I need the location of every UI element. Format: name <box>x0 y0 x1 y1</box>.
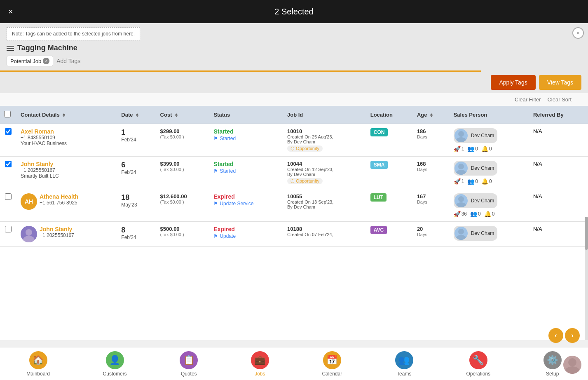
sales-person-row: Dev Cham <box>454 226 525 241</box>
location-badge[interactable]: SMA <box>370 161 388 169</box>
select-all-checkbox[interactable] <box>4 111 11 117</box>
row-checkbox-cell <box>0 124 16 157</box>
flag-text[interactable]: Update Service <box>220 201 253 206</box>
teams-label: Teams <box>397 371 411 377</box>
scroll-thumb[interactable] <box>585 217 588 250</box>
row-checkbox[interactable] <box>5 193 12 200</box>
nav-item-customers[interactable]: 👤Customers <box>98 350 132 378</box>
date-cell: 1Feb'24 <box>117 124 156 157</box>
stat-people: 👥 0 <box>467 145 478 152</box>
stat-bell: 🔔 0 <box>484 211 495 217</box>
sales-name-badge: Dev Cham <box>454 193 498 208</box>
job-by: By Dev Cham <box>287 204 362 209</box>
location-cell: AVC <box>366 222 413 247</box>
row-checkbox[interactable] <box>5 128 12 135</box>
close-button[interactable]: × <box>8 7 13 16</box>
status-cell: Expired ⚑ Update <box>209 222 283 247</box>
nav-item-calendar[interactable]: 📅Calendar <box>317 350 347 378</box>
sales-name: Dev Cham <box>471 230 494 236</box>
col-age[interactable]: Age <box>413 106 450 124</box>
age-sort-icon <box>430 113 433 117</box>
referred-by-value: N/A <box>533 128 542 134</box>
sales-name: Dev Cham <box>471 165 494 171</box>
location-badge[interactable]: CON <box>370 128 388 136</box>
tag-add-input[interactable] <box>56 58 129 64</box>
status-cell: Started ⚑ Started <box>209 124 283 157</box>
stat-bell: 🔔 0 <box>481 145 492 152</box>
sales-person-cell: Dev Cham <box>450 222 529 247</box>
col-cost[interactable]: Cost <box>156 106 210 124</box>
clear-filter-button[interactable]: Clear Filter <box>515 96 541 103</box>
contact-name[interactable]: John Stanly <box>21 161 113 167</box>
contact-name[interactable]: Axel Roman <box>21 128 113 135</box>
note-box: Note: Tags can be added to the selected … <box>7 27 140 40</box>
job-id-cell: 10188 Created On 07 Feb'24, <box>283 222 366 247</box>
orange-line-divider <box>0 70 481 72</box>
teams-icon: 👥 <box>395 351 413 369</box>
avatar <box>21 226 37 242</box>
svg-point-2 <box>458 164 464 169</box>
people-icon: 👥 <box>467 145 474 152</box>
contact-cell: John Stanly +1 2025550167 Smartly Built … <box>16 157 117 189</box>
apply-tags-button[interactable]: Apply Tags <box>491 75 535 90</box>
opportunity-badge[interactable]: ⬡ Opportunity <box>287 178 323 184</box>
view-tags-button[interactable]: View Tags <box>539 75 581 90</box>
prev-page-button[interactable]: ‹ <box>548 328 563 343</box>
row-checkbox[interactable] <box>5 161 12 167</box>
sales-avatar <box>454 194 468 207</box>
date-cell: 6Feb'24 <box>117 157 156 189</box>
contact-name[interactable]: Athena Health <box>40 193 78 200</box>
date-month: Feb'24 <box>121 235 152 240</box>
status-label: Expired <box>213 193 279 200</box>
setup-icon: ⚙️ <box>543 351 562 369</box>
cost-cell: $399.00(Tax $0.00 ) <box>156 157 210 189</box>
nav-item-quotes[interactable]: 📋Quotes <box>175 350 203 378</box>
contact-name[interactable]: John Stanly <box>40 226 74 232</box>
sales-person-cell: Dev Cham 🚀 1 👥 0 🔔 0 <box>450 157 529 189</box>
job-by: By Dev Cham <box>287 139 362 144</box>
sales-avatar <box>454 162 468 175</box>
cost-cell: $12,600.00(Tax $0.00 ) <box>156 189 210 222</box>
user-avatar[interactable] <box>563 356 581 374</box>
nav-item-mainboard[interactable]: 🏠Mainboard <box>21 350 55 378</box>
referred-by-cell: N/A <box>529 157 588 189</box>
row-checkbox[interactable] <box>5 226 12 232</box>
flag-text[interactable]: Update <box>220 233 236 239</box>
referred-by-value: N/A <box>533 161 542 167</box>
hamburger-icon[interactable] <box>7 46 14 51</box>
col-checkbox <box>0 106 16 124</box>
bottom-nav: 🏠Mainboard👤Customers📋Quotes💼Jobs📅Calenda… <box>0 347 588 380</box>
opportunity-badge[interactable]: ⬡ Opportunity <box>287 145 323 152</box>
col-location: Location <box>366 106 413 124</box>
svg-point-5 <box>456 202 466 207</box>
tagging-panel: Note: Tags can be added to the selected … <box>0 23 588 72</box>
next-page-button[interactable]: › <box>565 328 580 343</box>
cost-cell: $299.00(Tax $0.00 ) <box>156 124 210 157</box>
people-icon: 👥 <box>470 211 477 217</box>
flag-icon: ⚑ <box>213 168 218 174</box>
scroll-indicator[interactable] <box>585 217 588 340</box>
age-cell: 20Days <box>413 222 450 247</box>
flag-text: Started <box>220 168 236 174</box>
referred-by-cell: N/A <box>529 124 588 157</box>
flag-icon: ⚑ <box>213 136 218 141</box>
location-badge[interactable]: AVC <box>370 226 387 234</box>
quotes-icon: 📋 <box>180 351 198 369</box>
referred-by-value: N/A <box>533 226 542 232</box>
col-contact-details[interactable]: Contact Details <box>16 106 117 124</box>
cost-value: $12,600.00 <box>160 193 206 199</box>
close-note-button[interactable]: × <box>572 27 584 39</box>
referred-by-value: N/A <box>533 193 542 199</box>
tag-chip-remove-button[interactable]: × <box>43 58 49 64</box>
nav-item-teams[interactable]: 👥Teams <box>390 350 418 378</box>
contact-company: Smartly Built LLC <box>21 173 113 179</box>
bell-icon: 🔔 <box>484 211 491 217</box>
location-badge[interactable]: LUT <box>370 193 387 202</box>
clear-sort-button[interactable]: Clear Sort <box>547 96 572 103</box>
nav-item-jobs[interactable]: 💼Jobs <box>246 350 274 378</box>
nav-item-operations[interactable]: 🔧Operations <box>461 350 495 378</box>
col-date[interactable]: Date <box>117 106 156 124</box>
nav-item-setup[interactable]: ⚙️Setup <box>539 350 567 378</box>
svg-point-4 <box>458 196 464 202</box>
job-id: 10010 <box>287 128 362 134</box>
